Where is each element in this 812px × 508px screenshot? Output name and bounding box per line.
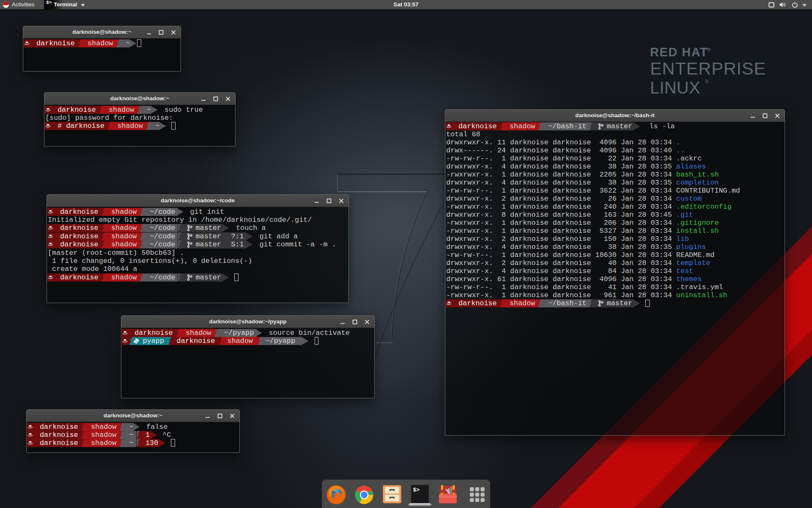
svg-text:ENTERPRISE: ENTERPRISE [650,58,766,78]
svg-text:$>: $> [413,487,420,493]
svg-text:RED HAT: RED HAT [650,45,708,59]
svg-text:LINUX: LINUX [650,78,700,97]
svg-text:®: ® [705,79,709,85]
svg-text:®: ® [707,47,710,52]
